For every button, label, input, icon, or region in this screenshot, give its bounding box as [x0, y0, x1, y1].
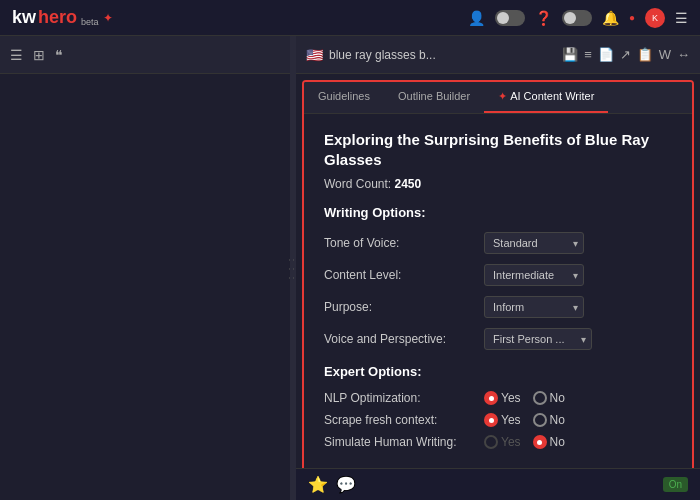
left-toolbar: ☰ ⊞ ❝: [0, 36, 290, 74]
expert-options-title: Expert Options:: [324, 364, 672, 379]
scrape-yes-radio[interactable]: [484, 413, 498, 427]
nlp-no-option[interactable]: No: [533, 391, 565, 405]
star-bottom-icon[interactable]: ⭐: [308, 475, 328, 494]
flag-icon: 🇺🇸: [306, 47, 323, 63]
content-level-label: Content Level:: [324, 268, 484, 282]
list-icon[interactable]: ≡: [584, 47, 592, 62]
theme-toggle[interactable]: [495, 10, 525, 26]
logo-hero: hero: [38, 7, 77, 28]
chat-bottom-icon[interactable]: 💬: [336, 475, 356, 494]
logo: kwhero beta ✦: [12, 7, 113, 28]
tab-guidelines[interactable]: Guidelines: [304, 82, 384, 113]
bottom-bar: ⭐ 💬 On: [296, 468, 700, 500]
purpose-wrapper: Inform Persuade Entertain Convert: [484, 296, 584, 318]
tab-bar: Guidelines Outline Builder ✦AI Content W…: [304, 82, 692, 114]
right-panel: 🇺🇸 blue ray glasses b... 💾 ≡ 📄 ↗ 📋 W ↔ G…: [296, 36, 700, 500]
panel-content: Exploring the Surprising Benefits of Blu…: [304, 114, 692, 468]
word-count-value: 2450: [395, 177, 422, 191]
navbar: kwhero beta ✦ 👤 ❓ 🔔 ● K ☰: [0, 0, 700, 36]
grid-icon[interactable]: ⊞: [33, 47, 45, 63]
left-panel: ☰ ⊞ ❝: [0, 36, 290, 500]
simulate-human-group: Yes No: [484, 435, 565, 449]
feature-toggle[interactable]: [562, 10, 592, 26]
voice-perspective-label: Voice and Perspective:: [324, 332, 484, 346]
voice-perspective-wrapper: First Person ... Second Person Third Per…: [484, 328, 592, 350]
scrape-no-radio[interactable]: [533, 413, 547, 427]
scrape-yes-option[interactable]: Yes: [484, 413, 521, 427]
simulate-yes-option[interactable]: Yes: [484, 435, 521, 449]
simulate-human-label: Simulate Human Writing:: [324, 435, 484, 449]
scrape-context-group: Yes No: [484, 413, 565, 427]
wordpress-icon[interactable]: W: [659, 47, 671, 62]
doc-icon[interactable]: 📄: [598, 47, 614, 62]
navbar-icons: 👤 ❓ 🔔 ● K ☰: [468, 8, 688, 28]
purpose-label: Purpose:: [324, 300, 484, 314]
tone-of-voice-wrapper: Standard Professional Casual Formal: [484, 232, 584, 254]
left-content: [0, 74, 290, 500]
nlp-optimization-row: NLP Optimization: Yes No: [324, 391, 672, 405]
ai-panel: Guidelines Outline Builder ✦AI Content W…: [302, 80, 694, 468]
menu-icon[interactable]: ☰: [675, 10, 688, 26]
voice-perspective-select[interactable]: First Person ... Second Person Third Per…: [484, 328, 592, 350]
notification-badge: ●: [629, 12, 635, 23]
help-icon[interactable]: ❓: [535, 10, 552, 26]
save-icon[interactable]: 💾: [562, 47, 578, 62]
simulate-yes-radio[interactable]: [484, 435, 498, 449]
doc-title: blue ray glasses b...: [329, 48, 556, 62]
scrape-context-row: Scrape fresh context: Yes No: [324, 413, 672, 427]
content-level-wrapper: Intermediate Beginner Advanced Expert: [484, 264, 584, 286]
nlp-optimization-label: NLP Optimization:: [324, 391, 484, 405]
tab-outline-builder[interactable]: Outline Builder: [384, 82, 484, 113]
bell-icon[interactable]: 🔔: [602, 10, 619, 26]
logo-kw: kw: [12, 7, 36, 28]
user-icon[interactable]: 👤: [468, 10, 485, 26]
logo-beta: beta: [81, 17, 99, 27]
word-count: Word Count: 2450: [324, 177, 672, 191]
share-icon[interactable]: ↗: [620, 47, 631, 62]
align-icon[interactable]: ☰: [10, 47, 23, 63]
copy-icon[interactable]: 📋: [637, 47, 653, 62]
panel-title: Exploring the Surprising Benefits of Blu…: [324, 130, 672, 169]
right-toolbar: 🇺🇸 blue ray glasses b... 💾 ≡ 📄 ↗ 📋 W ↔: [296, 36, 700, 74]
content-level-select[interactable]: Intermediate Beginner Advanced Expert: [484, 264, 584, 286]
scrape-context-label: Scrape fresh context:: [324, 413, 484, 427]
simulate-no-option[interactable]: No: [533, 435, 565, 449]
tone-of-voice-row: Tone of Voice: Standard Professional Cas…: [324, 232, 672, 254]
main-layout: ☰ ⊞ ❝ ⋮⋮⋮ 🇺🇸 blue ray glasses b... 💾 ≡ 📄…: [0, 36, 700, 500]
avatar[interactable]: K: [645, 8, 665, 28]
on-label: On: [663, 477, 688, 492]
simulate-human-row: Simulate Human Writing: Yes No: [324, 435, 672, 449]
tone-of-voice-label: Tone of Voice:: [324, 236, 484, 250]
nlp-no-radio[interactable]: [533, 391, 547, 405]
content-area: Guidelines Outline Builder ✦AI Content W…: [296, 74, 700, 468]
quote-icon[interactable]: ❝: [55, 47, 63, 63]
nlp-yes-radio[interactable]: [484, 391, 498, 405]
ai-tab-icon: ✦: [498, 90, 507, 102]
logo-star-icon: ✦: [103, 11, 113, 25]
expert-options-section: Expert Options: NLP Optimization: Yes: [324, 364, 672, 449]
content-level-row: Content Level: Intermediate Beginner Adv…: [324, 264, 672, 286]
tab-ai-content-writer[interactable]: ✦AI Content Writer: [484, 82, 608, 113]
writing-options-title: Writing Options:: [324, 205, 672, 220]
expand-icon[interactable]: ↔: [677, 47, 690, 62]
nlp-optimization-group: Yes No: [484, 391, 565, 405]
purpose-row: Purpose: Inform Persuade Entertain Conve…: [324, 296, 672, 318]
purpose-select[interactable]: Inform Persuade Entertain Convert: [484, 296, 584, 318]
tone-of-voice-select[interactable]: Standard Professional Casual Formal: [484, 232, 584, 254]
nlp-yes-option[interactable]: Yes: [484, 391, 521, 405]
scrape-no-option[interactable]: No: [533, 413, 565, 427]
voice-perspective-row: Voice and Perspective: First Person ... …: [324, 328, 672, 350]
simulate-no-radio[interactable]: [533, 435, 547, 449]
